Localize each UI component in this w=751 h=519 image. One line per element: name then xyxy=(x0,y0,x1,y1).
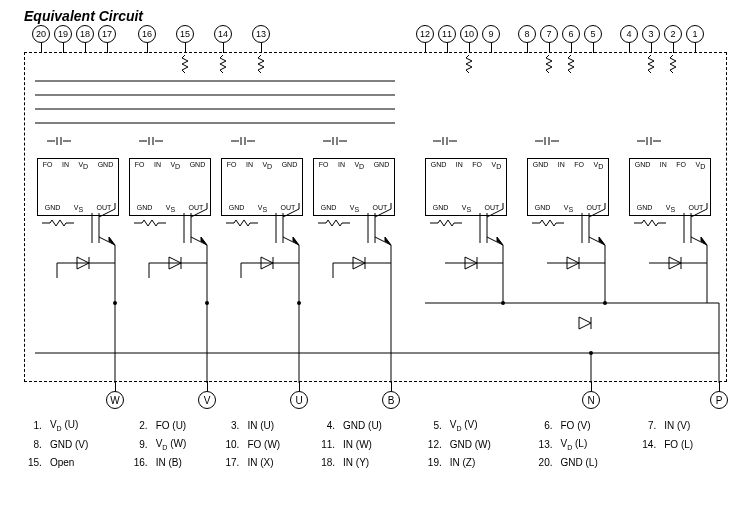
pin-lead xyxy=(107,43,108,53)
legend-val: VD (U) xyxy=(46,416,130,435)
svg-line-58 xyxy=(283,209,299,217)
pin-P: P xyxy=(710,391,728,409)
pin-5: 5 xyxy=(584,25,602,43)
svg-point-117 xyxy=(205,301,209,305)
pin-15: 15 xyxy=(176,25,194,43)
legend-val: IN (V) xyxy=(660,416,727,435)
pin-lead xyxy=(447,43,448,53)
legend-val: Open xyxy=(46,454,130,471)
legend-num: 8. xyxy=(24,435,46,454)
pin-lead xyxy=(491,43,492,53)
pullup-resistor xyxy=(181,55,189,75)
svg-point-118 xyxy=(297,301,301,305)
legend-val: IN (B) xyxy=(152,454,222,471)
pin-7: 7 xyxy=(540,25,558,43)
legend-val: FO (V) xyxy=(557,416,639,435)
pullup-resistor xyxy=(257,55,265,75)
pin-8: 8 xyxy=(518,25,536,43)
svg-line-36 xyxy=(99,209,115,217)
pin-lead xyxy=(571,43,572,53)
pin-N: N xyxy=(582,391,600,409)
pin-legend: 1.VD (U) 2.FO (U) 3.IN (U) 4.GND (U) 5.V… xyxy=(24,416,727,471)
pin-12: 12 xyxy=(416,25,434,43)
svg-line-90 xyxy=(589,209,605,217)
legend-num: 11. xyxy=(317,435,339,454)
svg-point-121 xyxy=(589,351,593,355)
pin-17: 17 xyxy=(98,25,116,43)
legend-num: 10. xyxy=(222,435,244,454)
legend-num: 9. xyxy=(130,435,152,454)
legend-num: 2. xyxy=(130,416,152,435)
legend-val: GND (V) xyxy=(46,435,130,454)
pin-lead xyxy=(629,43,630,53)
svg-marker-108 xyxy=(579,317,591,329)
pin-lead xyxy=(207,381,208,391)
pullup-resistor xyxy=(647,55,655,75)
pullup-resistor xyxy=(567,55,575,75)
circuit-boundary: // placeholder for pin rendering done af… xyxy=(24,52,727,382)
page-title: Equivalent Circuit xyxy=(24,8,727,24)
legend-val: IN (X) xyxy=(243,454,317,471)
pin-6: 6 xyxy=(562,25,580,43)
pin-13: 13 xyxy=(252,25,270,43)
pin-lead xyxy=(593,43,594,53)
legend-val: VD (L) xyxy=(557,435,639,454)
pin-1: 1 xyxy=(686,25,704,43)
legend-num: 20. xyxy=(535,454,557,471)
pin-lead xyxy=(299,381,300,391)
legend-num: 1. xyxy=(24,416,46,435)
svg-point-116 xyxy=(113,301,117,305)
pin-lead xyxy=(223,43,224,53)
legend-val: GND (W) xyxy=(446,435,535,454)
legend-num: 14. xyxy=(638,435,660,454)
pullup-resistor xyxy=(545,55,553,75)
pin-lead xyxy=(719,381,720,391)
pin-3: 3 xyxy=(642,25,660,43)
pin-lead xyxy=(63,43,64,53)
legend-val: VD (V) xyxy=(446,416,535,435)
pin-V: V xyxy=(198,391,216,409)
pin-16: 16 xyxy=(138,25,156,43)
pin-14: 14 xyxy=(214,25,232,43)
pin-lead xyxy=(85,43,86,53)
svg-line-80 xyxy=(487,209,503,217)
legend-num: 5. xyxy=(424,416,446,435)
pin-lead xyxy=(469,43,470,53)
svg-line-69 xyxy=(375,209,391,217)
legend-val: VD (W) xyxy=(152,435,222,454)
pin-10: 10 xyxy=(460,25,478,43)
pin-W: W xyxy=(106,391,124,409)
legend-val: FO (L) xyxy=(660,435,727,454)
legend-num: 7. xyxy=(638,416,660,435)
pin-19: 19 xyxy=(54,25,72,43)
legend-val: IN (U) xyxy=(243,416,317,435)
legend-num: 3. xyxy=(222,416,244,435)
svg-point-120 xyxy=(603,301,607,305)
pin-lead xyxy=(527,43,528,53)
legend-val: GND (L) xyxy=(557,454,639,471)
legend-val: FO (W) xyxy=(243,435,317,454)
pin-lead xyxy=(261,43,262,53)
pin-lead xyxy=(115,381,116,391)
legend-val: GND (U) xyxy=(339,416,424,435)
legend-num: 16. xyxy=(130,454,152,471)
pin-lead xyxy=(549,43,550,53)
legend-num: 6. xyxy=(535,416,557,435)
legend-num: 18. xyxy=(317,454,339,471)
legend-val: IN (W) xyxy=(339,435,424,454)
pin-U: U xyxy=(290,391,308,409)
pin-lead xyxy=(41,43,42,53)
legend-num: 15. xyxy=(24,454,46,471)
legend-num: 13. xyxy=(535,435,557,454)
pin-lead xyxy=(591,381,592,391)
svg-line-100 xyxy=(691,209,707,217)
pin-lead xyxy=(391,381,392,391)
legend-val: IN (Z) xyxy=(446,454,535,471)
pin-lead xyxy=(673,43,674,53)
schematic-wiring xyxy=(25,53,725,383)
legend-num: 12. xyxy=(424,435,446,454)
pin-lead xyxy=(651,43,652,53)
pin-lead xyxy=(185,43,186,53)
pin-lead xyxy=(695,43,696,53)
pin-9: 9 xyxy=(482,25,500,43)
